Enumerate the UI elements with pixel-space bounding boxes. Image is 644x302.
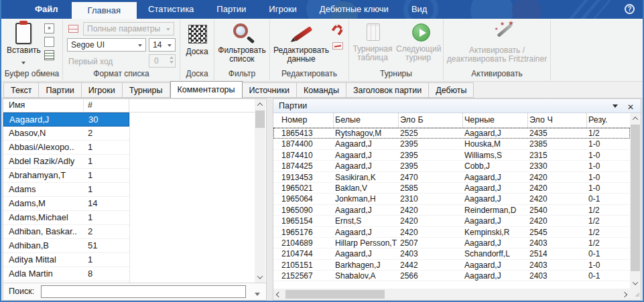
star-icon: ★ [495,26,498,31]
close-icon[interactable]: ✕ [627,100,634,114]
list-item[interactable]: Adhiban, Baskar..2 [3,225,129,239]
scroll-down-icon[interactable] [630,278,641,289]
table-row[interactable]: 1913453Sasikiran,K2470Aagaard,J24201-0 [273,172,630,183]
tab-6[interactable]: Источники [243,82,297,98]
games-column-header-5[interactable]: Эло Ч [528,113,587,127]
font-size-dropdown[interactable]: 14 [149,38,176,52]
scroll-down-icon[interactable] [255,272,265,283]
game-cell: Aagaard,J [463,260,528,270]
menu-item-7[interactable]: Вид [400,0,439,19]
menu-item-5[interactable]: Игроки [257,0,308,19]
list-item[interactable]: Adams1 [3,183,129,197]
stamp-icon[interactable] [332,42,343,50]
list-item[interactable]: Adams,M14 [3,197,129,211]
cut-icon[interactable]: × [44,23,54,33]
stepper-up-icon[interactable] [170,56,174,59]
scroll-right-icon[interactable] [619,289,630,300]
table-row[interactable]: 1965176Aagaard,J2420Kempinski,R25451/2 [273,227,630,238]
column-header-count[interactable]: # [84,99,129,112]
list-item[interactable]: Adla Martin8 [3,267,129,281]
tab-4[interactable]: Турниры [123,82,170,98]
list-item[interactable]: Adams,Michael1 [3,211,129,225]
table-row[interactable]: 1965064Jonkman,H2310Aagaard,J24200-1 [273,194,630,204]
list-item[interactable]: Abbasi/Alexopo..1 [3,141,129,155]
game-cell: 1874410 [273,150,334,160]
commentator-name: Abrahamyan,T [3,169,84,182]
first-move-stepper[interactable]: 0 [149,54,176,68]
help-icon[interactable]: ? [625,4,635,14]
games-panel-header[interactable]: Партии ✕ [273,99,641,113]
game-cell: Schandorff,L [463,248,528,258]
table-row[interactable]: 1965021Baklan,V2585Aagaard,J24201-0 [273,183,630,194]
table-row[interactable]: 1965154Ernst,S2420Aagaard,J24201/2 [273,216,630,226]
chessboard-icon[interactable] [188,25,207,44]
table-row[interactable]: 2104744Aagaard,J2403Schandorff,L25140-1 [273,248,630,259]
paste-list-icon[interactable] [44,50,54,60]
scrollbar-thumb[interactable] [255,110,265,128]
column-header-name[interactable]: Имя [3,99,84,112]
commentator-count: 2 [84,225,92,238]
stepper-down-icon[interactable] [170,61,174,64]
games-horizontal-scrollbar[interactable] [273,289,630,300]
scroll-up-icon[interactable] [630,113,641,124]
tab-1[interactable]: Текст [3,82,39,98]
tab-9[interactable]: Дебюты [429,82,474,98]
table-row[interactable]: 1965090Aagaard,J2420Reinderman,D25401/2 [273,205,630,216]
scrollbar-thumb[interactable] [285,290,385,299]
games-column-header-2[interactable]: Белые [334,113,399,127]
games-column-header-3[interactable]: Эло Б [399,113,463,127]
board-button[interactable]: Доска [180,48,214,56]
tab-8[interactable]: Заголовок партии [346,82,429,98]
game-cell: 2395 [399,139,463,149]
table-row[interactable]: 2105151Barkhagen,J2442Aagaard,J24031-0 [273,260,630,271]
list-item[interactable]: Aditya Mittal1 [3,253,129,267]
resize-grip-icon[interactable]: ◢ [630,289,641,300]
table-row[interactable]: 1865413Rytshagov,M2525Aagaard,J24351/2 [273,128,630,139]
scrollbar-thumb[interactable] [631,125,640,271]
games-column-header-6[interactable]: Резу. [587,113,626,127]
panel-dropdown-icon[interactable] [613,104,618,108]
commentators-scrollbar[interactable] [255,99,265,283]
menu-item-2[interactable]: Главная [72,2,137,19]
edit-data-button[interactable]: Редактировать данные [270,46,332,64]
table-row[interactable]: 1874400Aagaard,J2395Houska,M23851-0 [273,139,630,149]
scroll-left-icon[interactable] [273,289,284,300]
games-column-header-4[interactable]: Черные [463,113,528,127]
filter-list-button[interactable]: Фильтровать список [214,46,269,64]
menu-item-6[interactable]: Дебютные ключи [308,0,400,19]
search-input[interactable] [41,285,246,298]
scroll-up-icon[interactable] [255,99,265,110]
game-cell: 1/2 [587,205,626,215]
table-row[interactable]: 1874425Aagaard,J2395Cobb,J23301-0 [273,161,630,171]
commentator-name: Aagaard,J [4,113,84,126]
games-vertical-scrollbar[interactable] [630,113,641,289]
clipboard-icon [15,23,31,44]
tournament-table-icon [367,23,380,41]
games-column-header-1[interactable]: Номер [273,113,334,127]
list-item[interactable]: Abasov,N2 [3,127,129,141]
full-params-dropdown[interactable]: Полные параметры [83,22,174,35]
table-row[interactable]: 2104689Hillarp Persson,T2507Aagaard,J240… [273,238,630,248]
app-window: ФайлГлавнаяСтатистикаПартииИгрокиДебютны… [0,0,644,302]
tab-3[interactable]: Игроки [82,82,123,98]
game-cell: Aagaard,J [463,238,528,248]
copy-icon[interactable] [44,37,54,47]
list-item[interactable]: Abrahamyan,T1 [3,169,129,183]
tab-5[interactable]: Комментаторы [170,81,243,98]
list-item[interactable]: Abdel Razik/Adly1 [3,155,129,169]
menu-item-4[interactable]: Партии [205,0,257,19]
list-item[interactable]: Adhiban,B51 [3,239,129,253]
paste-button[interactable]: Вставить [7,23,40,67]
menu-item-1[interactable]: Файл [21,0,72,19]
magnet-icon[interactable] [332,23,345,35]
search-dropdown-icon[interactable] [253,287,262,296]
list-item[interactable]: Aagaard,J30 [3,112,129,127]
tab-7[interactable]: Команды [297,82,346,98]
table-row[interactable]: 1874410Aagaard,J2395Williams,S23151-0 [273,150,630,161]
game-cell: 2395 [399,161,463,171]
font-name-dropdown[interactable]: Segoe UI [67,38,146,52]
tab-2[interactable]: Партии [39,82,81,98]
game-cell: 2420 [528,183,587,193]
menu-item-3[interactable]: Статистика [137,0,205,19]
table-row[interactable]: 2152567Shabalov,A2566Aagaard,J24030-1 [273,271,630,281]
